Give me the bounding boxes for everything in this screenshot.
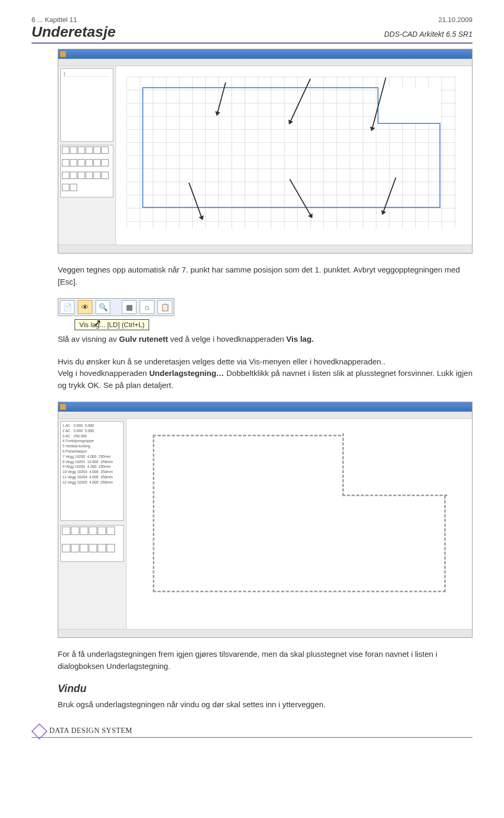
tooltip-text: Vis lag... [LD] (Ctrl+L) bbox=[75, 319, 149, 330]
toolbar-btn-vislag: 👁 bbox=[78, 300, 92, 314]
tool-palette bbox=[60, 145, 113, 197]
toolbar-btn: ▦ bbox=[122, 300, 136, 314]
paragraph-3: Hvis du ønsker kun å se underetasjen vel… bbox=[58, 356, 472, 392]
company-name: DATA DESIGN SYSTEM bbox=[49, 727, 132, 735]
canvas-area bbox=[127, 419, 472, 629]
tooltip-row: Vis lag... [LD] (Ctrl+L) bbox=[75, 319, 174, 330]
status-bar bbox=[58, 245, 472, 253]
toolbar-btn: 🔍 bbox=[96, 300, 110, 314]
paragraph-2: Slå av visning av Gulv rutenett ved å ve… bbox=[58, 333, 472, 345]
header-main: Underetasje DDS-CAD Arkitekt 6.5 SR1 bbox=[32, 24, 472, 44]
page-ref: 6 ... Kapittel 11 bbox=[32, 16, 77, 24]
canvas-area bbox=[116, 66, 472, 245]
toolbar-btn: 📄 bbox=[60, 300, 75, 314]
tree-panel bbox=[60, 68, 113, 142]
app-titlebar bbox=[58, 49, 472, 59]
app-menubar bbox=[58, 412, 472, 419]
floorplan-outline bbox=[142, 87, 440, 208]
side-panel bbox=[58, 66, 116, 245]
section-heading-vindu: Vindu bbox=[58, 683, 472, 695]
app-menubar bbox=[58, 59, 472, 66]
status-bar bbox=[58, 629, 472, 637]
floorplan-dashed bbox=[153, 435, 446, 592]
side-panel: 1 AC 5.000 5.000 2 AC 5.000 5.000 3 AC 2… bbox=[58, 419, 127, 629]
toolbar-btn: ⌂ bbox=[140, 300, 154, 314]
floorplan-cutout bbox=[377, 87, 440, 124]
company-logo: DATA DESIGN SYSTEM bbox=[32, 725, 132, 737]
toolbar-btn: 📋 bbox=[158, 300, 172, 314]
tool-palette bbox=[60, 525, 124, 562]
list-panel: 1 AC 5.000 5.000 2 AC 5.000 5.000 3 AC 2… bbox=[60, 421, 124, 521]
screenshot-cad-outline: 1 AC 5.000 5.000 2 AC 5.000 5.000 3 AC 2… bbox=[58, 402, 472, 638]
app-titlebar bbox=[58, 402, 472, 412]
date: 21.10.2009 bbox=[438, 16, 472, 24]
toolbar-closeup: 📄 👁 🔍 ▦ ⌂ 📋 Vis lag... [LD] (Ctrl+L) bbox=[58, 298, 174, 330]
paragraph-5: Bruk også underlagstegningen når vindu o… bbox=[58, 699, 472, 711]
product-name: DDS-CAD Arkitekt 6.5 SR1 bbox=[384, 30, 472, 38]
page-title: Underetasje bbox=[32, 24, 116, 40]
logo-icon bbox=[32, 725, 46, 737]
header-top: 6 ... Kapittel 11 21.10.2009 bbox=[32, 16, 472, 24]
footer: DATA DESIGN SYSTEM bbox=[32, 721, 472, 738]
paragraph-1: Veggen tegnes opp automatisk når 7. punk… bbox=[58, 264, 472, 288]
paragraph-4: For å få underlagstegningen frem igjen g… bbox=[58, 648, 472, 672]
screenshot-cad-floorplan bbox=[58, 49, 472, 254]
